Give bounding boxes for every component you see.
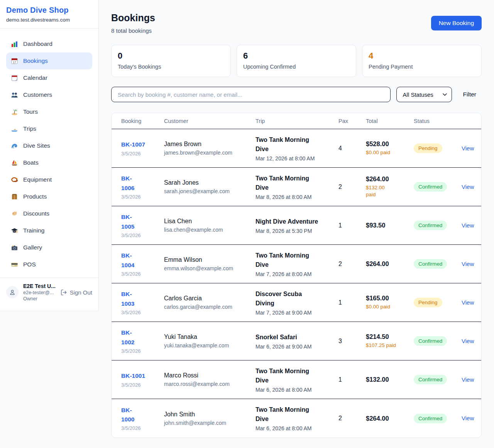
sidebar-item-training[interactable]: Training	[6, 222, 92, 239]
camera-icon	[11, 244, 18, 251]
paid-amount: $0.00 paid	[366, 149, 414, 156]
total-amount: $132.00	[366, 376, 414, 383]
sidebar-item-discounts[interactable]: Discounts	[6, 205, 92, 222]
view-link[interactable]: View	[462, 299, 474, 306]
booking-id-link[interactable]: BK-1001	[121, 371, 164, 381]
total-amount: $214.50	[366, 333, 414, 340]
total-cell: $528.00 $0.00 paid	[366, 140, 414, 156]
booking-id-link[interactable]: BK- 1004	[121, 251, 164, 269]
table-row: BK- 1000 3/5/2026 John Smith john.smith@…	[112, 399, 481, 438]
trip-name: Discover Scuba Diving	[255, 290, 338, 308]
view-link[interactable]: View	[462, 376, 474, 383]
view-link[interactable]: View	[462, 261, 474, 267]
actions-cell: View	[462, 145, 475, 152]
stat-card-pending-payment: 4 Pending Payment	[362, 45, 482, 77]
total-cell: $264.00	[366, 260, 414, 268]
sidebar-item-dive-sites[interactable]: Dive Sites	[6, 137, 92, 154]
booking-cell: BK- 1002 3/5/2026	[121, 328, 164, 354]
sidebar-item-boats[interactable]: Boats	[6, 154, 92, 171]
booking-id-link[interactable]: BK- 1005	[121, 212, 164, 231]
trip-name: Two Tank Morning Dive	[255, 367, 338, 385]
sidebar-item-products[interactable]: Products	[6, 188, 92, 205]
trip-cell: Night Dive Adventure Mar 8, 2026 at 5:30…	[255, 217, 338, 234]
stat-value: 0	[118, 51, 224, 61]
shop-name: Demo Dive Shop	[6, 6, 92, 15]
total-cell: $264.00 $132.00 paid	[366, 175, 414, 198]
person-icon	[9, 289, 16, 296]
sidebar-item-customers[interactable]: Customers	[6, 86, 92, 103]
customer-email: emma.wilson@example.com	[164, 265, 255, 271]
sidebar-item-label: Customers	[23, 91, 52, 98]
filter-row: All Statuses Filter	[111, 87, 482, 102]
customer-email: carlos.garcia@example.com	[164, 304, 255, 310]
actions-cell: View	[462, 338, 475, 345]
sidebar-item-gallery[interactable]: Gallery	[6, 239, 92, 256]
user-role: Owner	[23, 296, 56, 301]
customer-cell: John Smith john.smith@example.com	[164, 411, 255, 426]
sidebar-item-trips[interactable]: Trips	[6, 120, 92, 137]
page-title: Bookings	[111, 12, 155, 24]
page-subtitle: 8 total bookings	[111, 27, 155, 34]
sidebar-header: Demo Dive Shop demo.test.divestreams.com	[0, 0, 98, 29]
customer-name: James Brown	[164, 141, 255, 148]
paid-amount: $107.25 paid	[366, 342, 414, 349]
trip-datetime: Mar 6, 2026 at 8:00 AM	[255, 387, 338, 393]
sidebar-item-dashboard[interactable]: Dashboard	[6, 35, 92, 52]
status-badge: Confirmed	[414, 221, 447, 230]
avatar	[6, 286, 19, 298]
filter-button[interactable]: Filter	[458, 91, 482, 98]
booking-id-link[interactable]: BK-1007	[121, 140, 164, 149]
total-amount: $93.50	[366, 222, 414, 229]
view-link[interactable]: View	[462, 222, 474, 229]
trip-name: Night Dive Adventure	[255, 217, 338, 226]
sidebar-item-pos[interactable]: POS	[6, 256, 92, 273]
customer-cell: Marco Rossi marco.rossi@example.com	[164, 372, 255, 387]
customer-email: james.brown@example.com	[164, 150, 255, 156]
sidebar-item-label: Trips	[23, 125, 36, 132]
booking-id-link[interactable]: BK- 1002	[121, 328, 164, 347]
view-link[interactable]: View	[462, 184, 474, 190]
booking-cell: BK- 1004 3/5/2026	[121, 251, 164, 276]
total-cell: $165.00 $0.00 paid	[366, 295, 414, 310]
status-badge: Confirmed	[414, 375, 447, 384]
sidebar-item-label: Boats	[23, 159, 39, 166]
view-link[interactable]: View	[462, 415, 474, 421]
view-link[interactable]: View	[462, 338, 474, 344]
credit-card-icon	[11, 261, 18, 268]
search-input[interactable]	[111, 87, 391, 102]
sidebar-item-bookings[interactable]: 17 Bookings	[6, 52, 92, 69]
column-header-total: Total	[366, 118, 414, 124]
graduation-cap-icon	[11, 227, 18, 234]
trip-name: Two Tank Morning Dive	[255, 405, 338, 424]
status-badge: Confirmed	[414, 336, 447, 346]
table-row: BK-1007 3/5/2026 James Brown james.brown…	[112, 129, 481, 168]
booking-id-link[interactable]: BK- 1006	[121, 174, 164, 192]
customer-name: Emma Wilson	[164, 256, 255, 263]
sidebar-item-label: Gallery	[23, 244, 42, 251]
trip-name: Snorkel Safari	[255, 333, 338, 342]
sidebar-item-calendar[interactable]: Calendar	[6, 69, 92, 86]
booking-id-link[interactable]: BK- 1003	[121, 290, 164, 308]
sidebar-item-tours[interactable]: Tours	[6, 103, 92, 120]
view-link[interactable]: View	[462, 145, 474, 152]
sign-out-button[interactable]: Sign Out	[61, 289, 92, 296]
booking-id-link[interactable]: BK- 1000	[121, 406, 164, 424]
trip-datetime: Mar 6, 2026 at 9:00 AM	[255, 344, 338, 350]
status-filter-select[interactable]: All Statuses	[396, 87, 452, 102]
booking-cell: BK-1001 3/5/2026	[121, 371, 164, 387]
bookings-table: Booking Customer Trip Pax Total Status B…	[111, 113, 482, 438]
calendar-icon	[11, 74, 18, 82]
column-header-pax: Pax	[338, 118, 366, 124]
trip-datetime: Mar 7, 2026 at 9:00 AM	[255, 310, 338, 316]
sailboat-icon	[11, 159, 18, 167]
stat-card-todays-bookings: 0 Today's Bookings	[111, 45, 231, 77]
tag-icon	[11, 210, 18, 217]
total-cell: $93.50	[366, 222, 414, 229]
new-booking-button[interactable]: New Booking	[431, 16, 482, 30]
wave-icon	[11, 142, 18, 150]
table-row: BK- 1002 3/5/2026 Yuki Tanaka yuki.tanak…	[112, 322, 481, 360]
customer-name: Lisa Chen	[164, 218, 255, 225]
island-icon	[11, 108, 18, 116]
sidebar-item-equipment[interactable]: Equipment	[6, 171, 92, 188]
customer-name: Yuki Tanaka	[164, 333, 255, 340]
